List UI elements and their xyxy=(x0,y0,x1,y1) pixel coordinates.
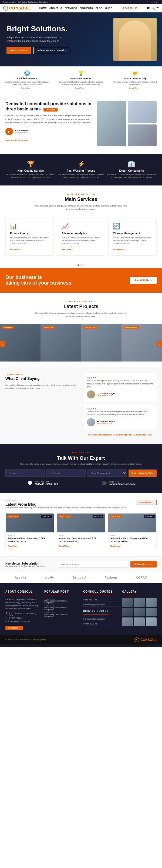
contact-whatsapp-info: What's App Chat 0882468 - 9880 - 221 xyxy=(35,481,58,486)
footer-logo-text: CONSOUL xyxy=(140,638,157,642)
dot-3[interactable] xyxy=(83,264,85,266)
expert-submit-btn[interactable]: Let's Start To Talk xyxy=(129,469,157,477)
blog-date-3: Mar 5, 2019 xyxy=(110,515,122,518)
cta-btn[interactable]: Join With Us → xyxy=(130,277,157,284)
blog-header: NEWS & UPDATE Latest From Blog Our goal … xyxy=(5,500,157,509)
service-change-link[interactable]: Read More → xyxy=(113,249,125,251)
service-pe-link[interactable]: Read More → xyxy=(10,249,22,251)
nav-projects[interactable]: PROJECTS xyxy=(79,7,93,9)
hero-btn-about[interactable]: More About Us xyxy=(6,47,31,54)
gallery-img-6 xyxy=(146,608,157,616)
newsletter-email-input[interactable] xyxy=(58,561,129,567)
footer-readmore-btn[interactable]: Read More → xyxy=(5,626,23,630)
project-img-4: MANAGEMENT xyxy=(122,324,162,362)
services-title: Main Services xyxy=(5,196,157,202)
play-icon[interactable]: ▶ xyxy=(5,128,13,135)
blog-section: NEWS & UPDATE Latest From Blog Our goal … xyxy=(0,493,162,556)
blog-read-3[interactable]: Read More → xyxy=(110,545,123,547)
about-text: Dedicated consultant provide solutions i… xyxy=(5,101,92,142)
expert-case-select[interactable]: Case Management xyxy=(88,469,127,477)
expert-tag: ASK EXPERT xyxy=(5,452,157,454)
video-btn[interactable]: ▶ Ervin Dexter Chief of Office xyxy=(5,128,92,135)
menu-icon[interactable]: ☰ xyxy=(156,7,159,10)
feature-trusted-link[interactable]: Read More → xyxy=(111,87,159,89)
newsletter-subscribe-btn[interactable]: Subscribe Us → xyxy=(130,561,157,567)
feature-innovative: 💡 Innovative Solution Our agency will he… xyxy=(54,66,108,93)
footer-post-1[interactable]: Mar 1, 2019 Urban Blog 1: Automation & C… xyxy=(44,598,79,604)
project-tag-3: CONSULTING xyxy=(83,326,97,329)
nav-shop[interactable]: SHOP xyxy=(105,7,112,9)
expert-form: Case Management Let's Start To Talk xyxy=(5,469,157,477)
about-more-link[interactable]: More About Company → xyxy=(5,139,31,142)
cta-banner: Our business istaking care of your busin… xyxy=(0,268,162,293)
newsletter-subtitle: Get latest news and informations to Your… xyxy=(5,565,55,567)
dark-service-expert: 👔 Expert Consultants Allis alun abducta … xyxy=(106,161,157,179)
testi-name-1: Z. Garland Wright xyxy=(97,392,115,395)
navbar-contact[interactable]: +1 800 00 - 99 xyxy=(122,7,137,9)
newsletter-section: Newsletter Subscription Get latest news … xyxy=(0,556,162,572)
dark-service-fast-desc: Allis alun abducta uruntur olln abducta … xyxy=(56,173,106,179)
footer-logo-icon: C xyxy=(134,638,139,642)
testimonials-section: TESTIMONIALS What Client Saying Our goal… xyxy=(0,367,162,444)
nav-about[interactable]: ABOUT US xyxy=(50,7,62,9)
gallery-img-3 xyxy=(146,598,157,607)
hero-btn-industries[interactable]: Industries We Covered → xyxy=(33,47,71,54)
gallery-img-8 xyxy=(134,617,145,626)
blog-more-btn[interactable]: Show News → xyxy=(136,500,157,505)
footer-about-email: ✉ © example@consoul.com xyxy=(5,620,40,623)
nav-blog[interactable]: BLOG xyxy=(96,7,103,9)
testi-tag: TESTIMONIALS xyxy=(5,373,78,375)
footer-gallery-grid xyxy=(122,598,157,626)
dark-service-quality-desc: Allis alun abducta uruntur olln abducta … xyxy=(5,173,56,179)
testi-card-2: ★★★★★ Consoul Team does an exceptionally… xyxy=(84,404,157,430)
service-analytics-desc: Allis alun abducta uruntur olln abducta … xyxy=(62,237,101,245)
social-g[interactable]: g+ xyxy=(156,1,159,3)
blog-body-2: admin Automation Race: Comparing 5 RPA s… xyxy=(57,532,105,550)
testi-role-1[interactable]: www.website.com xyxy=(97,395,115,397)
footer-gallery-title: Gallery xyxy=(122,590,137,595)
partner-fathom: Fathom xyxy=(105,576,117,579)
bulb-icon: 💡 xyxy=(57,70,105,76)
blog-read-2[interactable]: Read More → xyxy=(59,545,71,547)
blog-img-1: Mar 5, 2019 Blog Tag 1 xyxy=(6,514,54,532)
service-analytics-link[interactable]: Read More → xyxy=(62,249,74,251)
expert-name-input[interactable] xyxy=(5,469,45,477)
feature-trusted-desc: You need to know what this world has beq… xyxy=(111,81,159,86)
navbar-logo[interactable]: C CONSOUL xyxy=(3,6,30,10)
testi-more-link[interactable]: More than 30 customers share their thoug… xyxy=(84,432,157,437)
expert-desc: Our goal is to help our companies mainta… xyxy=(5,463,157,465)
footer-copyright: © 2020 Consoul. A Business & Consulting … xyxy=(5,639,46,641)
gallery-img-1 xyxy=(122,598,133,607)
testi-author-info-1: Z. Garland Wright www.website.com xyxy=(97,392,115,397)
service-change-title: Change Management xyxy=(113,232,152,235)
social-tw[interactable]: t xyxy=(151,1,151,3)
footer-service-quote-phone: © +555 7880-03 xyxy=(83,622,118,626)
blog-author-3: admin xyxy=(110,534,154,536)
carousel-next[interactable]: › xyxy=(157,341,162,347)
footer-post-2[interactable]: Mar 1, 2019 Urban Blog 2: Automation & C… xyxy=(44,605,79,611)
expert-email-input[interactable] xyxy=(46,469,86,477)
footer-about-col: About Consoul We are an independent inte… xyxy=(5,590,40,630)
footer-post-3[interactable]: Mar 1, 2019 Urban Blog 3: Automation & C… xyxy=(44,612,79,617)
search-icon[interactable]: 🔍 xyxy=(152,7,155,10)
social-fb[interactable]: f xyxy=(149,1,149,3)
feature-trusted: 🤝 Trusted Partnership You need to know w… xyxy=(108,66,162,93)
feature-global-link[interactable]: Read More → xyxy=(3,87,51,89)
dark-service-expert-desc: Allis alun abducta uruntur olln abducta … xyxy=(106,173,157,179)
feature-innovative-link[interactable]: Read More → xyxy=(57,87,105,89)
blog-body-1: admin Automation Race: Comparing 5 RPA s… xyxy=(6,532,54,550)
location-icon: 📍 xyxy=(5,612,8,615)
testi-role-2[interactable]: www.website.com xyxy=(97,423,115,425)
phone-icon[interactable]: ☎ xyxy=(147,7,150,10)
blog-read-1[interactable]: Read More → xyxy=(8,545,20,547)
dark-service-fast-title: Fast Working Process xyxy=(56,169,106,172)
nav-home[interactable]: HOME xyxy=(39,7,47,9)
social-in[interactable]: in xyxy=(153,1,155,3)
footer-about-address: 📍 © 555 Somewhere, a Consulting Firm xyxy=(5,612,40,616)
nav-services[interactable]: SERVICES xyxy=(65,7,77,9)
expert-title: Talk With Our Expert xyxy=(5,456,157,461)
carousel-prev[interactable]: ‹ xyxy=(0,341,5,347)
dot-1[interactable] xyxy=(77,264,79,266)
dot-2[interactable] xyxy=(80,264,82,266)
contact-skype-value: sample@consoul.com xyxy=(109,483,135,486)
